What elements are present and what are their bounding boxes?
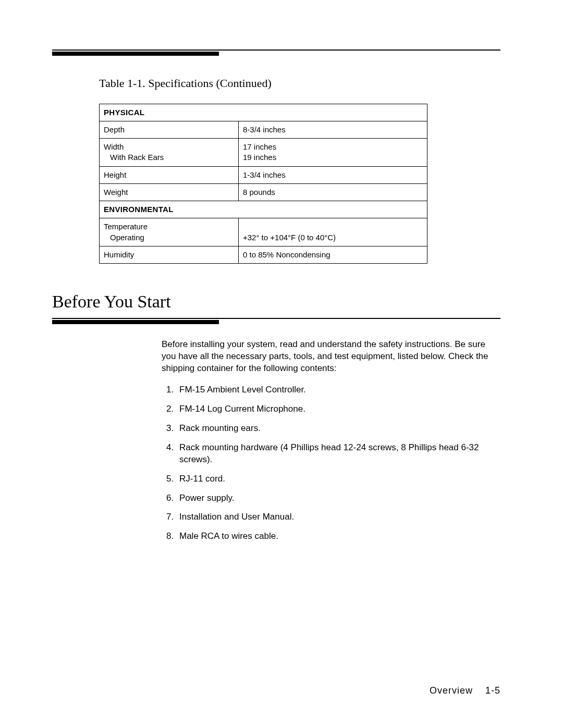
width-label: Width With Rack Ears	[100, 139, 239, 167]
checklist: FM-15 Ambient Level Controller. FM-14 Lo…	[162, 384, 495, 542]
rule-thin	[52, 50, 500, 51]
top-rule	[52, 50, 500, 56]
temperature-label-sub: Operating	[104, 232, 234, 243]
width-value: 17 inches 19 inches	[239, 139, 427, 167]
table-row: Width With Rack Ears 17 inches 19 inches	[100, 139, 427, 167]
table-row: Temperature Operating +32° to +104°F (0 …	[100, 218, 427, 246]
table-row: Weight 8 pounds	[100, 183, 427, 201]
footer-label: Overview	[430, 685, 473, 696]
table-caption: Table 1-1. Specifications (Continued)	[99, 76, 500, 91]
body-block: Before installing your system, read and …	[162, 339, 495, 542]
page-footer: Overview 1-5	[430, 684, 500, 697]
table-row: Humidity 0 to 85% Noncondensing	[100, 246, 427, 263]
temperature-label: Temperature Operating	[100, 218, 239, 246]
width-value-main: 17 inches	[243, 142, 423, 152]
list-item: Male RCA to wires cable.	[176, 530, 495, 542]
temperature-value: +32° to +104°F (0 to 40°C)	[239, 218, 427, 246]
list-item: Rack mounting ears.	[176, 423, 495, 435]
list-item: FM-14 Log Current Microphone.	[176, 403, 495, 415]
temperature-value-blank	[243, 221, 423, 232]
height-value: 1-3/4 inches	[239, 166, 427, 183]
section-rule	[52, 318, 500, 324]
list-item: FM-15 Ambient Level Controller.	[176, 384, 495, 396]
footer-page-number: 1-5	[485, 685, 500, 696]
rule-thick	[52, 320, 219, 324]
physical-header: PHYSICAL	[100, 104, 427, 121]
humidity-value: 0 to 85% Noncondensing	[239, 246, 427, 263]
list-item: Power supply.	[176, 492, 495, 504]
specifications-table: PHYSICAL Depth 8-3/4 inches Width With R…	[99, 104, 427, 264]
table-section-physical: PHYSICAL	[100, 104, 427, 121]
table-section-environmental: ENVIRONMENTAL	[100, 201, 427, 218]
depth-label: Depth	[100, 121, 239, 138]
height-label: Height	[100, 166, 239, 183]
rule-thin	[52, 318, 500, 319]
intro-paragraph: Before installing your system, read and …	[162, 339, 495, 375]
list-item: Installation and User Manual.	[176, 511, 495, 523]
table-row: Depth 8-3/4 inches	[100, 121, 427, 138]
weight-value: 8 pounds	[239, 183, 427, 201]
list-item: Rack mounting hardware (4 Phillips head …	[176, 442, 495, 466]
depth-value: 8-3/4 inches	[239, 121, 427, 138]
table-row: Height 1-3/4 inches	[100, 166, 427, 183]
list-item: RJ-11 cord.	[176, 473, 495, 485]
weight-label: Weight	[100, 183, 239, 201]
width-label-sub: With Rack Ears	[104, 152, 234, 163]
rule-thick	[52, 52, 219, 56]
page: Table 1-1. Specifications (Continued) PH…	[0, 0, 563, 728]
width-label-main: Width	[104, 142, 234, 152]
environmental-header: ENVIRONMENTAL	[100, 201, 427, 218]
section-heading: Before You Start	[52, 290, 500, 314]
width-value-sub: 19 inches	[243, 152, 423, 163]
temperature-value-line: +32° to +104°F (0 to 40°C)	[243, 232, 423, 243]
temperature-label-main: Temperature	[104, 221, 234, 232]
humidity-label: Humidity	[100, 246, 239, 263]
